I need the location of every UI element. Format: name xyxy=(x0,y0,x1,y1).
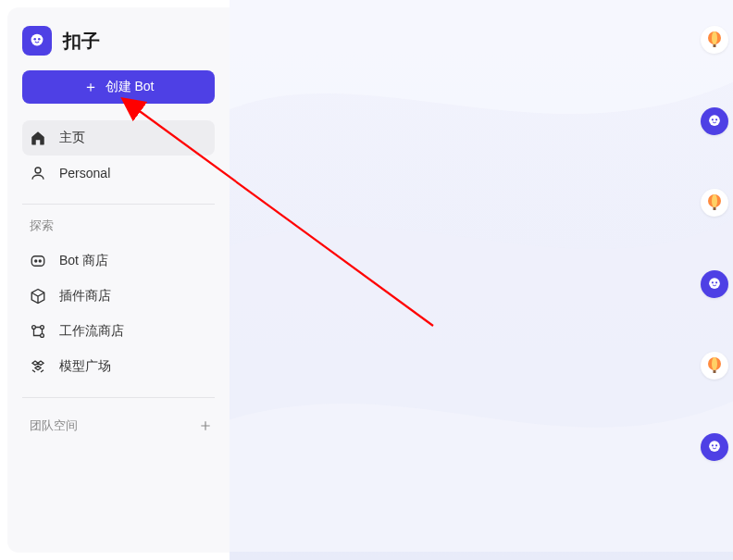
svg-point-24 xyxy=(712,357,717,370)
plus-icon: ＋ xyxy=(83,80,98,94)
sidebar-item-home[interactable]: 主页 xyxy=(22,120,215,156)
svg-point-1 xyxy=(33,38,36,41)
brand-logo-icon xyxy=(22,26,52,56)
create-bot-label: 创建 Bot xyxy=(106,79,155,95)
sidebar: 扣子 ＋ 创建 Bot 主页 Personal 探索 xyxy=(7,7,230,553)
divider xyxy=(22,397,215,398)
avatar-bot[interactable] xyxy=(701,270,728,298)
avatar-balloon[interactable] xyxy=(701,26,728,54)
svg-point-28 xyxy=(715,444,717,446)
svg-point-14 xyxy=(709,115,720,126)
models-icon xyxy=(30,358,46,375)
svg-point-9 xyxy=(41,334,44,338)
right-avatar-rail xyxy=(696,0,733,560)
svg-point-12 xyxy=(712,31,717,44)
home-icon xyxy=(30,130,46,146)
svg-point-18 xyxy=(712,194,717,207)
divider xyxy=(22,204,215,205)
brand-name: 扣子 xyxy=(63,29,100,54)
svg-rect-10 xyxy=(230,0,733,552)
team-section-label: 团队空间 xyxy=(30,417,78,434)
svg-point-22 xyxy=(715,281,717,283)
main-content xyxy=(230,0,733,560)
svg-point-26 xyxy=(709,441,720,452)
sidebar-item-plugin-store[interactable]: 插件商店 xyxy=(22,279,215,314)
svg-point-2 xyxy=(38,38,41,41)
svg-rect-19 xyxy=(714,207,716,210)
avatar-balloon[interactable] xyxy=(701,189,728,217)
svg-point-0 xyxy=(31,34,43,46)
nav-explore: Bot 商店 插件商店 工作流商店 模型广场 xyxy=(7,243,230,384)
sidebar-item-label: Bot 商店 xyxy=(59,253,108,269)
sidebar-item-label: 工作流商店 xyxy=(59,323,124,340)
user-icon xyxy=(30,165,46,181)
avatar-bot[interactable] xyxy=(701,433,728,461)
svg-point-15 xyxy=(712,118,714,120)
svg-point-16 xyxy=(715,118,717,120)
nav-primary: 主页 Personal xyxy=(7,120,230,191)
team-section-header: 团队空间 xyxy=(7,411,230,441)
explore-section-label: 探索 xyxy=(7,218,230,243)
svg-rect-13 xyxy=(714,44,716,47)
sidebar-item-bot-store[interactable]: Bot 商店 xyxy=(22,243,215,279)
svg-point-6 xyxy=(39,260,41,262)
sidebar-item-label: Personal xyxy=(59,166,110,180)
flow-icon xyxy=(30,323,46,340)
sidebar-item-model-square[interactable]: 模型广场 xyxy=(22,349,215,384)
sidebar-item-label: 插件商店 xyxy=(59,288,111,305)
sidebar-item-label: 模型广场 xyxy=(59,358,111,375)
avatar-bot[interactable] xyxy=(701,107,728,135)
svg-rect-25 xyxy=(714,370,716,373)
bot-face-icon xyxy=(30,253,46,269)
add-team-button[interactable] xyxy=(196,417,215,435)
sidebar-item-label: 主页 xyxy=(59,130,85,146)
svg-point-5 xyxy=(35,260,37,262)
svg-point-8 xyxy=(41,326,44,330)
svg-point-21 xyxy=(712,281,714,283)
svg-point-3 xyxy=(35,168,41,173)
svg-rect-4 xyxy=(31,256,44,267)
background-waves xyxy=(230,0,733,552)
avatar-balloon[interactable] xyxy=(701,352,728,380)
brand: 扣子 xyxy=(7,19,230,70)
svg-point-7 xyxy=(32,326,36,330)
svg-point-27 xyxy=(712,444,714,446)
sidebar-item-workflow-store[interactable]: 工作流商店 xyxy=(22,314,215,349)
svg-point-20 xyxy=(709,278,720,289)
create-bot-button[interactable]: ＋ 创建 Bot xyxy=(22,70,215,104)
sidebar-item-personal[interactable]: Personal xyxy=(22,156,215,191)
cube-icon xyxy=(30,288,46,305)
